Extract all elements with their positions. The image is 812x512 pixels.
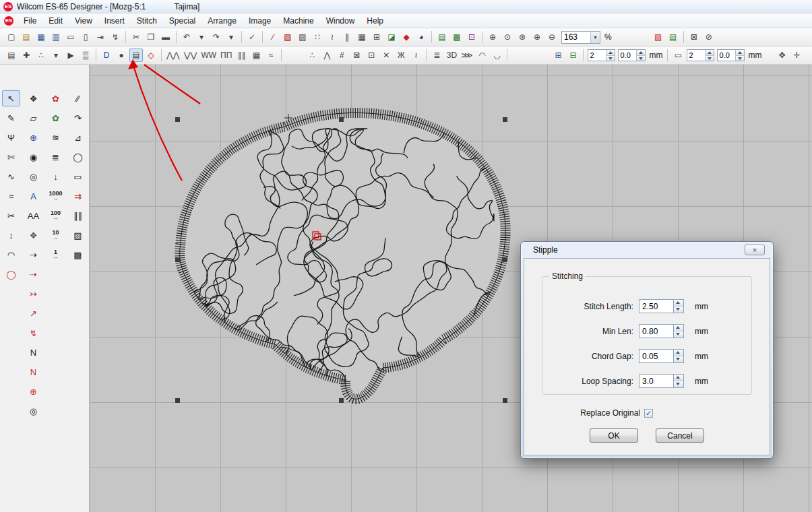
pattern-fill-1[interactable]: ▨: [69, 227, 87, 243]
run-1[interactable]: 1↔: [46, 247, 65, 263]
chord-gap-input[interactable]: [639, 349, 674, 363]
export-to-machine-icon[interactable]: ⇥: [94, 30, 107, 44]
selection-handle[interactable]: [175, 398, 180, 403]
donut-tool[interactable]: ◎: [24, 168, 42, 185]
grid-reference-icon[interactable]: ⊟: [566, 49, 580, 62]
select-tool[interactable]: ↖: [2, 90, 20, 106]
effect-6-icon[interactable]: ✕: [379, 49, 393, 62]
carousel-tool[interactable]: ❖: [24, 227, 42, 243]
stamp-tool[interactable]: ◉: [24, 149, 42, 165]
selection-handle[interactable]: [175, 257, 180, 262]
menu-edit[interactable]: Edit: [42, 15, 69, 27]
selection-handle[interactable]: [503, 117, 507, 122]
run-100[interactable]: 100↔: [46, 207, 65, 224]
spinner-buttons[interactable]: [606, 50, 615, 61]
digitize-ellipse-icon[interactable]: ●: [115, 49, 128, 62]
fancy-fill-icon[interactable]: ◪: [385, 30, 398, 44]
knife-tool[interactable]: ✄: [2, 149, 20, 165]
run-stitch-icon[interactable]: ∕: [266, 30, 280, 44]
stitch-length-input[interactable]: [639, 299, 674, 313]
chord-gap-spinner[interactable]: [674, 349, 684, 363]
menu-stitch[interactable]: Stitch: [131, 15, 163, 27]
column-stitch-icon[interactable]: ∥: [340, 30, 354, 44]
spin-down-icon[interactable]: [606, 56, 615, 61]
zoom-out-icon[interactable]: ⊖: [545, 30, 559, 44]
spin-down-icon[interactable]: [706, 56, 714, 61]
arc-tool[interactable]: ↷: [69, 110, 87, 126]
effect-7-icon[interactable]: Ж: [394, 49, 408, 62]
freehand-tool[interactable]: ✎: [2, 110, 20, 126]
menu-help[interactable]: Help: [361, 15, 389, 27]
spinner-buttons[interactable]: [735, 50, 744, 61]
spinner-buttons[interactable]: [705, 50, 714, 61]
color-object-list-icon[interactable]: ⊡: [465, 30, 478, 44]
view-3d-icon[interactable]: 3D: [445, 49, 458, 62]
spin-down-icon[interactable]: [736, 56, 744, 61]
selection-handle[interactable]: [503, 257, 507, 262]
selection-handle[interactable]: [339, 117, 344, 122]
zoom-level-combo-input[interactable]: [562, 32, 590, 42]
menu-file[interactable]: File: [18, 15, 42, 27]
dropdown-icon[interactable]: ▾: [590, 32, 600, 43]
redo-icon[interactable]: ↷: [210, 30, 223, 44]
stitch-length-spinner[interactable]: [674, 299, 684, 313]
grid-snap-icon[interactable]: ⊞: [551, 49, 565, 62]
rectangle-tool[interactable]: ▭: [69, 168, 87, 185]
motif-run-red[interactable]: ⇉: [69, 188, 87, 204]
program-split-icon[interactable]: ⊞: [370, 30, 383, 44]
replace-original-checkbox[interactable]: ✓: [644, 409, 653, 418]
cut-icon[interactable]: ✂: [129, 30, 143, 44]
show-needle-points-icon[interactable]: ∴: [34, 49, 48, 62]
stitch-type-1-icon[interactable]: ⋀⋀: [165, 49, 181, 62]
stitch-type-3-icon[interactable]: WW: [199, 49, 218, 62]
view-mode-1-icon[interactable]: ≣: [430, 49, 443, 62]
redo-dropdown-icon[interactable]: ▾: [224, 30, 238, 44]
dashed-run[interactable]: ⇢: [24, 266, 42, 282]
new-design-icon[interactable]: ▢: [5, 30, 18, 44]
dot-arrow-tool[interactable]: ⇢: [24, 247, 42, 263]
applique-icon[interactable]: ◕: [414, 30, 428, 44]
menu-image[interactable]: Image: [243, 15, 277, 27]
zoom-1-1-icon[interactable]: ⊙: [501, 30, 514, 44]
spin-down-icon[interactable]: [674, 381, 683, 387]
save-as-icon[interactable]: ▥: [49, 30, 63, 44]
effect-3-icon[interactable]: #: [335, 49, 348, 62]
write-to-card-icon[interactable]: ↯: [108, 30, 122, 44]
team-names-tool[interactable]: AA: [24, 207, 42, 224]
min-len-spinner[interactable]: [674, 324, 684, 338]
spin-up-icon[interactable]: [706, 50, 714, 56]
stipple-run-icon[interactable]: ▤: [129, 49, 143, 62]
ellipse-tool[interactable]: ◯: [69, 149, 87, 165]
zoom-factor-icon[interactable]: ⊛: [516, 30, 529, 44]
grid-spacing-x[interactable]: [588, 49, 615, 61]
polyline-run-red[interactable]: N: [24, 364, 42, 380]
selection-handle[interactable]: [175, 117, 180, 122]
effects-icon[interactable]: ⊘: [702, 30, 716, 44]
zigzag-run-red[interactable]: ↯: [24, 325, 42, 341]
spin-down-icon[interactable]: [674, 356, 683, 362]
zigzag-tool[interactable]: ≈: [2, 188, 20, 204]
auto-scroll-icon[interactable]: ✚: [20, 49, 33, 62]
spin-up-icon[interactable]: [674, 375, 683, 381]
print-icon[interactable]: ▭: [64, 30, 77, 44]
column-pattern[interactable]: ∥∥: [69, 207, 87, 224]
motif-run-icon[interactable]: ∷: [311, 30, 324, 44]
dialog-title-bar[interactable]: Stipple ×: [521, 242, 773, 258]
show-connectors-icon[interactable]: ▾: [49, 49, 63, 62]
grid-offset-x[interactable]: [618, 49, 646, 61]
grid-offset-y-input[interactable]: [718, 51, 735, 59]
grid-spacing-x-input[interactable]: [588, 51, 606, 59]
spin-up-icon[interactable]: [674, 300, 683, 307]
fan-tool[interactable]: ◠: [2, 247, 20, 263]
lettering-tool[interactable]: A: [24, 188, 42, 204]
stitch-run-red-2[interactable]: ↗: [24, 305, 42, 321]
undo-dropdown-icon[interactable]: ▾: [195, 30, 208, 44]
menu-insert[interactable]: Insert: [98, 15, 131, 27]
menu-window[interactable]: Window: [320, 15, 361, 27]
run-10[interactable]: 10↔: [46, 227, 65, 243]
menu-machine[interactable]: Machine: [277, 15, 319, 27]
view-mode-2-icon[interactable]: ⋙: [460, 49, 474, 62]
grid-style-icon[interactable]: ▭: [671, 49, 685, 62]
target-red[interactable]: ⊕: [24, 383, 42, 399]
pointer-check-icon[interactable]: ✓: [245, 30, 259, 44]
